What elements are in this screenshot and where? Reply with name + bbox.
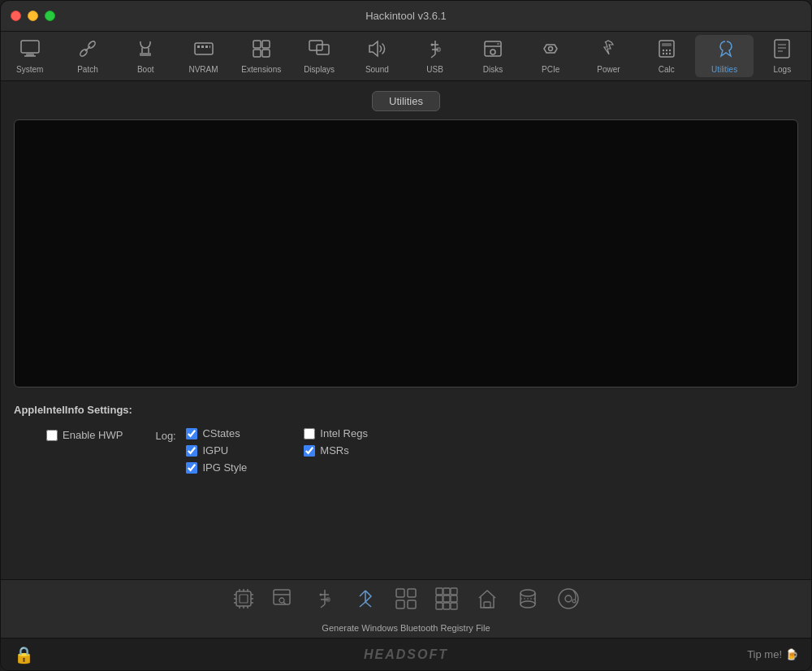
svg-rect-70 — [436, 588, 443, 595]
log-checkboxes-right: Intel RegsMSRs — [304, 427, 368, 461]
bottom-icon-home[interactable] — [475, 587, 499, 617]
lock-icon: 🔒 — [14, 645, 34, 665]
svg-rect-6 — [140, 53, 151, 56]
svg-rect-43 — [236, 591, 251, 606]
window-controls — [11, 11, 55, 21]
tip-label: Tip me! — [747, 648, 782, 660]
bottom-icon-disk-search[interactable] — [272, 587, 296, 617]
window-title: Hackintool v3.6.1 — [365, 10, 447, 22]
toolbar-item-calc[interactable]: Calc — [637, 35, 695, 77]
toolbar-item-utilities[interactable]: Utilities — [695, 35, 753, 77]
disk-search-icon — [272, 587, 296, 617]
bottom-icons — [231, 587, 581, 617]
bottom-icon-bluetooth[interactable] — [353, 587, 378, 617]
svg-point-34 — [666, 50, 667, 51]
barrel-icon — [516, 587, 540, 617]
svg-point-36 — [663, 53, 664, 54]
close-button[interactable] — [11, 11, 21, 21]
toolbar-label-nvram: NVRAM — [188, 65, 218, 74]
toolbar-item-nvram[interactable]: NVRAM — [175, 35, 232, 77]
grid-icon — [394, 587, 418, 617]
settings-row: Enable HWP Log: CStatesIGPUIPG Style Int… — [14, 427, 798, 478]
svg-rect-11 — [201, 45, 204, 48]
toolbar-item-boot[interactable]: Boot — [117, 35, 175, 77]
svg-point-35 — [669, 50, 671, 51]
checkbox-input-cstates[interactable] — [186, 428, 197, 439]
bottom-icon-usb-pin[interactable] — [313, 587, 337, 617]
toolbar-label-extensions: Extensions — [241, 65, 281, 74]
app-window: Hackintool v3.6.1 SystemPatchBootNVRAMEx… — [0, 0, 812, 671]
svg-rect-17 — [262, 50, 270, 57]
enable-hwp-input[interactable] — [46, 430, 58, 441]
home-icon — [475, 587, 499, 617]
minimize-button[interactable] — [28, 11, 38, 21]
svg-rect-73 — [436, 595, 443, 602]
toolbar-item-patch[interactable]: Patch — [58, 35, 116, 77]
bottom-icon-barrel[interactable] — [516, 587, 540, 617]
svg-rect-13 — [209, 45, 210, 48]
main-content: Utilities AppleIntelInfo Settings: Enabl… — [1, 81, 811, 579]
nvram-icon — [193, 38, 214, 63]
svg-point-84 — [565, 595, 572, 602]
toolbar-item-extensions[interactable]: Extensions — [232, 35, 290, 77]
toolbar-label-sound: Sound — [365, 65, 389, 74]
checkbox-input-msrs[interactable] — [304, 445, 315, 457]
svg-rect-76 — [436, 603, 443, 609]
svg-rect-72 — [451, 588, 457, 595]
toolbar-item-sound[interactable]: Sound — [348, 35, 406, 77]
checkbox-label-igpu: IGPU — [202, 444, 228, 457]
svg-point-80 — [520, 590, 535, 596]
checkbox-intelregs[interactable]: Intel Regs — [304, 427, 368, 439]
checkbox-cstates[interactable]: CStates — [186, 427, 247, 439]
checkbox-ipgstyle[interactable]: IPG Style — [186, 461, 247, 474]
enable-hwp-checkbox[interactable]: Enable HWP — [46, 429, 123, 441]
log-checkboxes-left: CStatesIGPUIPG Style — [186, 427, 247, 478]
svg-rect-39 — [775, 40, 789, 58]
svg-marker-20 — [369, 41, 378, 56]
settings-section: AppleIntelInfo Settings: Enable HWP Log:… — [14, 404, 798, 478]
bottom-toolbar: Generate Windows Bluetooth Registry File — [1, 579, 811, 638]
svg-point-24 — [430, 44, 433, 46]
svg-rect-15 — [262, 41, 270, 48]
toolbar-item-power[interactable]: Power — [580, 35, 637, 77]
bottom-icon-grid[interactable] — [394, 587, 418, 617]
toolbar-item-logs[interactable]: Logs — [754, 35, 811, 77]
svg-rect-78 — [451, 603, 457, 609]
extensions-icon — [251, 38, 272, 63]
toolbar-label-disks: Disks — [483, 65, 503, 74]
terminal-textarea[interactable] — [14, 119, 798, 387]
toolbar-item-disks[interactable]: Disks — [464, 35, 521, 77]
toolbar-label-usb: USB — [426, 65, 443, 74]
toolbar-item-system[interactable]: System — [1, 35, 58, 77]
titlebar: Hackintool v3.6.1 — [1, 1, 811, 32]
checkbox-input-ipgstyle[interactable] — [186, 462, 197, 474]
maximize-button[interactable] — [45, 11, 55, 21]
power-icon — [598, 38, 619, 63]
log-label: Log: — [155, 430, 179, 442]
brand-label: HEADSOFT — [364, 647, 448, 662]
toolbar-item-pcie[interactable]: PCIe — [522, 35, 580, 77]
settings-title: AppleIntelInfo Settings: — [14, 404, 798, 416]
svg-rect-44 — [240, 595, 248, 603]
toolbar: SystemPatchBootNVRAMExtensionsDisplaysSo… — [1, 32, 811, 81]
bottom-icon-cpu[interactable] — [231, 587, 256, 617]
svg-rect-68 — [396, 600, 404, 608]
toolbar-item-usb[interactable]: USB — [406, 35, 464, 77]
bottom-icon-disc[interactable] — [556, 587, 581, 617]
checkbox-input-intelregs[interactable] — [304, 428, 315, 439]
section-title: Utilities — [372, 91, 440, 111]
svg-point-38 — [669, 53, 671, 54]
checkbox-igpu[interactable]: IGPU — [186, 444, 247, 457]
bottom-icon-grid2[interactable] — [434, 587, 459, 617]
pcie-icon — [540, 38, 561, 63]
checkbox-msrs[interactable]: MSRs — [304, 444, 368, 457]
toolbar-label-utilities: Utilities — [711, 65, 737, 74]
svg-rect-57 — [274, 590, 290, 604]
disks-icon — [482, 38, 503, 63]
svg-point-37 — [666, 53, 667, 54]
svg-rect-12 — [205, 45, 208, 48]
svg-rect-75 — [451, 595, 457, 602]
tip-section[interactable]: Tip me! 🍺 — [747, 648, 798, 660]
checkbox-input-igpu[interactable] — [186, 445, 197, 457]
toolbar-item-displays[interactable]: Displays — [290, 35, 348, 77]
